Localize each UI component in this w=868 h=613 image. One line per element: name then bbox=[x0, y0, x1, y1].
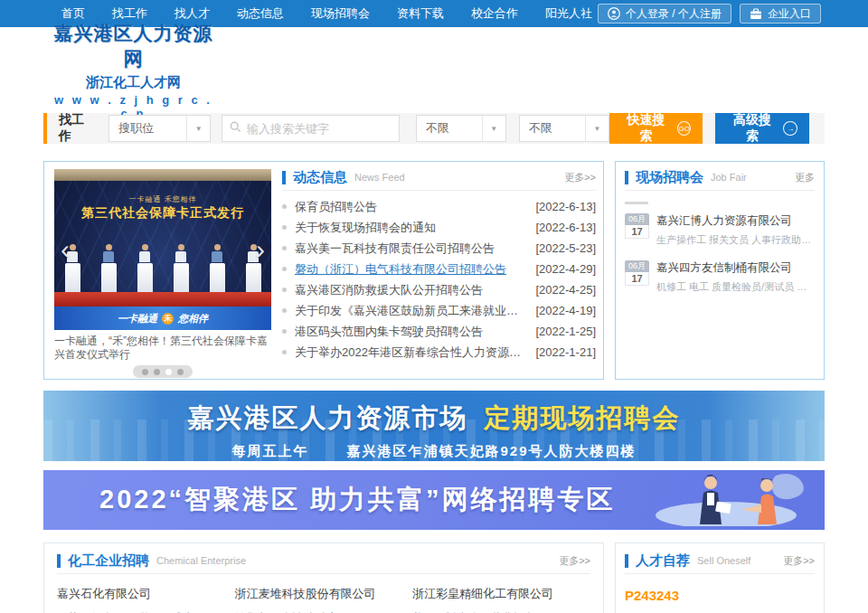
online-recruitment-banner[interactable]: 2022“智聚港区 助力共富”网络招聘专区 bbox=[43, 470, 825, 530]
news-date: [2022-6-13] bbox=[536, 221, 597, 234]
news-date: [2022-4-19] bbox=[536, 304, 597, 317]
company-item: 浙江麦堆科技股份有限公司 销售专员 会计 土建主管 bbox=[234, 586, 411, 613]
news-date: [2022-6-13] bbox=[536, 200, 597, 213]
nav-item-home[interactable]: 首页 bbox=[61, 5, 85, 22]
date-badge: 06月 17 bbox=[625, 260, 649, 294]
job-fair-banner[interactable]: 嘉兴港区人力资源市场定期现场招聘会 每周五上午嘉兴港区乍浦镇天妃路929号人防大… bbox=[43, 391, 825, 461]
news-link[interactable]: 关于恢复现场招聘会的通知 bbox=[295, 220, 529, 236]
date-badge: 06月 17 bbox=[625, 213, 649, 247]
site-title: 嘉兴港区人力资源网 bbox=[50, 21, 217, 71]
slide-footer-banner: 一卡融通 禾 您相伴 bbox=[54, 306, 271, 330]
slide-tagline: 一卡融通 禾您相伴 bbox=[54, 194, 271, 204]
personal-login-button[interactable]: 个人登录 / 个人注册 bbox=[598, 4, 731, 24]
company-list: 嘉兴石化有限公司 工艺员 设备管理 警卫（残疾工） 浙江麦堆科技股份有限公司 销… bbox=[57, 586, 590, 613]
news-more-link[interactable]: 更多>> bbox=[564, 171, 596, 184]
talent-subtitle: Sell Oneself bbox=[697, 555, 750, 566]
carousel-prev-button[interactable]: ‹ bbox=[61, 238, 70, 261]
keyword-input-wrap bbox=[222, 115, 400, 142]
section-bar-decor bbox=[57, 554, 61, 568]
news-item: 关于举办2022年港区新春综合性人力资源暨春风... [2022-1-21] bbox=[282, 342, 596, 363]
chemical-more-link[interactable]: 更多>> bbox=[559, 554, 590, 568]
news-item: 保育员招聘公告 [2022-6-13] bbox=[282, 196, 596, 217]
quick-search-button[interactable]: 快速搜索 GO bbox=[609, 113, 703, 144]
briefcase-icon bbox=[750, 8, 762, 20]
job-fair-header: 现场招聘会 Job Fair 更多 bbox=[625, 169, 815, 191]
company-link[interactable]: 嘉兴石化有限公司 bbox=[57, 586, 234, 602]
bullet-icon bbox=[282, 288, 287, 292]
news-link[interactable]: 嘉兴美一瓦科技有限责任公司招聘公告 bbox=[295, 240, 529, 257]
nav-item-job-fair[interactable]: 现场招聘会 bbox=[311, 5, 370, 22]
chevron-down-icon: ▼ bbox=[482, 116, 505, 141]
enterprise-entry-button[interactable]: 企业入口 bbox=[740, 4, 821, 24]
nav-item-downloads[interactable]: 资料下载 bbox=[397, 5, 444, 22]
bottom-row: 化工企业招聘 Chemical Enterprise 更多>> 嘉兴石化有限公司… bbox=[43, 542, 825, 613]
type-filter-value: 不限 bbox=[520, 120, 585, 137]
carousel-dot-1[interactable] bbox=[142, 369, 148, 375]
nav-item-news[interactable]: 动态信息 bbox=[237, 5, 284, 22]
carousel-dots bbox=[133, 365, 193, 378]
advanced-search-button[interactable]: 高级搜索 → bbox=[715, 113, 809, 144]
chemical-enterprise-panel: 化工企业招聘 Chemical Enterprise 更多>> 嘉兴石化有限公司… bbox=[43, 542, 604, 613]
company-link[interactable]: 浙江麦堆科技股份有限公司 bbox=[234, 586, 411, 602]
bullet-icon bbox=[282, 267, 287, 271]
news-title: 动态信息 bbox=[293, 169, 347, 186]
job-fair-item: 06月 17 嘉兴汇博人力资源有限公司 生产操作工 报关文员 人事行政助理... bbox=[625, 213, 815, 247]
banner1-time: 每周五上午 bbox=[231, 443, 308, 458]
chevron-down-icon: ▼ bbox=[585, 116, 609, 141]
news-link-hovered[interactable]: 磐动（浙江）电气科技有限公司招聘公告 bbox=[295, 261, 529, 278]
job-fair-company-link[interactable]: 嘉兴四方友信制桶有限公司 bbox=[656, 260, 815, 276]
news-link[interactable]: 关于举办2022年港区新春综合性人力资源暨春风... bbox=[295, 344, 529, 361]
news-date: [2022-5-23] bbox=[536, 241, 597, 255]
chemical-subtitle: Chemical Enterprise bbox=[156, 555, 246, 566]
bullet-icon bbox=[282, 225, 287, 230]
news-link[interactable]: 港区码头范围内集卡驾驶员招聘公告 bbox=[295, 324, 529, 340]
bullet-icon bbox=[282, 246, 287, 250]
job-fair-more-link[interactable]: 更多 bbox=[795, 171, 815, 184]
type-filter-select[interactable]: 不限 ▼ bbox=[519, 115, 609, 142]
carousel-next-button[interactable]: › bbox=[256, 238, 265, 261]
personal-login-label: 个人登录 / 个人注册 bbox=[626, 6, 722, 22]
news-header: 动态信息 News Feed 更多>> bbox=[282, 169, 596, 191]
job-fair-title: 现场招聘会 bbox=[636, 169, 703, 186]
divider-dash bbox=[625, 202, 648, 204]
news-link[interactable]: 保育员招聘公告 bbox=[295, 199, 529, 215]
search-category-value: 搜职位 bbox=[109, 120, 186, 137]
job-fair-company-link[interactable]: 嘉兴汇博人力资源有限公司 bbox=[656, 213, 815, 229]
carousel-caption[interactable]: 一卡融通，“禾”您相伴！第三代社会保障卡嘉兴首发仪式举行 bbox=[54, 335, 271, 362]
carousel-dot-2[interactable] bbox=[154, 369, 160, 375]
go-icon: GO bbox=[677, 121, 692, 136]
carousel-dot-3[interactable] bbox=[165, 369, 172, 375]
search-category-select[interactable]: 搜职位 ▼ bbox=[108, 115, 211, 142]
site-logo[interactable]: 嘉兴港区人力资源网 浙江化工人才网 w w w . z j h g r c . … bbox=[50, 21, 217, 120]
enterprise-entry-label: 企业入口 bbox=[768, 6, 811, 22]
search-label: 找工作 bbox=[59, 112, 96, 145]
arrow-right-icon: → bbox=[783, 121, 797, 136]
banner2-title: 2022“智聚港区 助力共富”网络招聘专区 bbox=[99, 482, 616, 518]
job-search-bar: 找工作 搜职位 ▼ 不限 ▼ 不限 ▼ 快速搜索 GO 高级搜索 → bbox=[43, 113, 825, 144]
search-input[interactable] bbox=[247, 122, 392, 136]
talent-id-link[interactable]: P243243 bbox=[625, 588, 815, 603]
nav-item-find-job[interactable]: 找工作 bbox=[112, 5, 147, 22]
main-menu: 首页 找工作 找人才 动态信息 现场招聘会 资料下载 校企合作 阳光人社 bbox=[61, 5, 592, 22]
site-subtitle: 浙江化工人才网 bbox=[50, 74, 217, 91]
news-link[interactable]: 嘉兴港区消防救援大队公开招聘公告 bbox=[295, 282, 529, 298]
nav-item-sunshine-hr[interactable]: 阳光人社 bbox=[545, 5, 592, 22]
quick-search-label: 快速搜索 bbox=[621, 112, 671, 145]
chemical-title: 化工企业招聘 bbox=[68, 552, 149, 570]
section-bar-decor bbox=[625, 171, 628, 184]
news-link[interactable]: 关于印发《嘉兴港区鼓励新员工来港就业补助操作... bbox=[295, 303, 529, 319]
location-filter-select[interactable]: 不限 ▼ bbox=[416, 115, 506, 142]
carousel-dot-4[interactable] bbox=[177, 369, 184, 375]
talent-more-link[interactable]: 更多>> bbox=[783, 554, 815, 568]
job-fair-subtitle: Job Fair bbox=[711, 172, 747, 183]
news-item: 关于印发《嘉兴港区鼓励新员工来港就业补助操作... [2022-4-19] bbox=[282, 300, 596, 321]
company-link[interactable]: 浙江彩皇精细化工有限公司 bbox=[412, 586, 590, 602]
news-item: 嘉兴港区消防救援大队公开招聘公告 [2022-4-25] bbox=[282, 279, 596, 300]
carousel-slide[interactable]: 一卡融通 禾您相伴 第三代社会保障卡正式发行 一卡融通 禾 您相伴 ‹ bbox=[54, 169, 271, 330]
nav-item-school-cooperation[interactable]: 校企合作 bbox=[471, 5, 518, 22]
stage-people-decor bbox=[63, 244, 262, 292]
nav-item-find-talent[interactable]: 找人才 bbox=[175, 5, 210, 22]
orange-accent-bar bbox=[43, 113, 47, 144]
talent-panel: 人才自荐 Sell Oneself 更多>> P243243 男 ｜ 嘉兴市-嘉… bbox=[615, 542, 825, 613]
news-date: [2022-1-25] bbox=[536, 325, 597, 338]
